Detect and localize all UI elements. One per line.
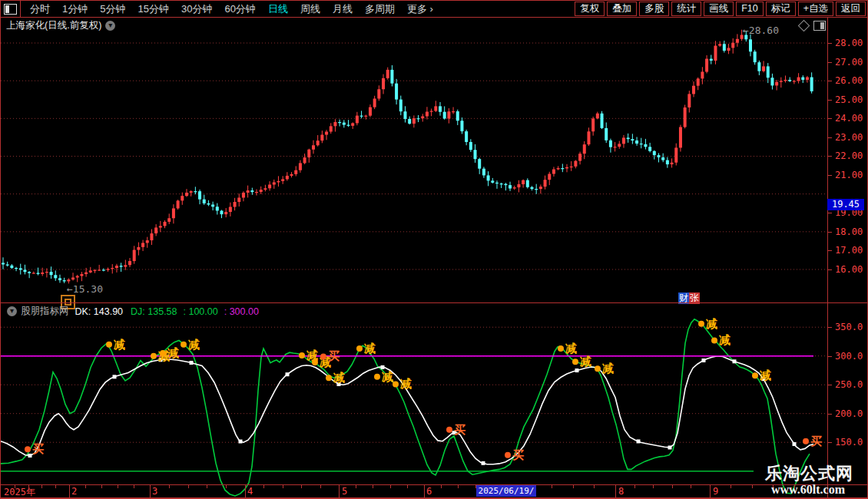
buy-marker: 买	[512, 448, 524, 461]
minor-tick	[301, 485, 302, 488]
watermark-url: www.60lt.com	[771, 483, 845, 497]
price-axis-tick	[827, 118, 832, 119]
price-axis-label: 25.00	[835, 94, 863, 105]
minor-tick	[207, 485, 207, 488]
minor-tick	[373, 485, 373, 488]
buy-marker: 买	[810, 435, 822, 448]
chevron-down-icon[interactable]: ▾	[105, 21, 115, 31]
tab-日线[interactable]: 日线	[262, 2, 294, 16]
reduce-marker: 减	[400, 377, 412, 390]
xaxis-label-5: 5	[342, 486, 347, 497]
reduce-marker: 减	[602, 362, 614, 375]
button-统计[interactable]: 统计	[671, 2, 701, 16]
month-separator	[710, 485, 711, 497]
toolbar: 分时1分钟5分钟15分钟30分钟60分钟日线周线月线多周期更多 › 复权叠加多股…	[1, 1, 867, 18]
tab-30分钟[interactable]: 30分钟	[175, 2, 218, 16]
minor-tick	[691, 485, 691, 488]
price-axis-tick	[827, 137, 832, 138]
price-axis-label: 21.00	[835, 170, 863, 180]
button-F10[interactable]: F10	[736, 2, 764, 16]
tab-5分钟[interactable]: 5分钟	[94, 2, 131, 16]
tab-多周期[interactable]: 多周期	[359, 2, 401, 16]
pane-layout-icon[interactable]	[813, 21, 826, 31]
button-叠加[interactable]: 叠加	[607, 2, 637, 16]
minor-tick	[634, 485, 635, 488]
price-axis-tick	[827, 81, 832, 81]
button-+自选[interactable]: +自选	[798, 2, 833, 16]
month-separator	[615, 485, 616, 497]
reduce-marker: 减	[760, 368, 771, 382]
candlestick-chart[interactable]	[1, 17, 868, 302]
crosshair-date-box: 2025/06/19/四	[476, 485, 536, 497]
price-axis-tick	[827, 213, 832, 213]
minor-tick	[283, 485, 283, 488]
price-axis-label: 16.00	[835, 264, 863, 275]
xaxis-label-4: 4	[247, 486, 253, 497]
tab-60分钟[interactable]: 60分钟	[218, 2, 261, 16]
indicator-chart[interactable]: 减减减减减减减减减减减减减减减减买买买买买	[1, 303, 868, 499]
indicator-axis-tick	[827, 327, 832, 328]
buy-marker: 买	[328, 349, 340, 362]
minor-tick	[458, 485, 459, 488]
indicator-axis-tick	[827, 356, 832, 357]
dk-value: DK: 143.90	[75, 306, 124, 317]
buy-marker: 买	[454, 423, 465, 436]
reduce-marker: 减	[719, 333, 731, 346]
tab-周线[interactable]: 周线	[294, 2, 326, 16]
price-axis-tick	[827, 43, 832, 44]
indicator-axis-label: 150.0	[835, 437, 863, 448]
tab-分时[interactable]: 分时	[24, 2, 56, 16]
minor-tick	[101, 485, 102, 488]
level-300-value: : 300.00	[224, 306, 259, 317]
indicator-collapse-icon[interactable]: ▾	[7, 306, 17, 316]
button-画线[interactable]: 画线	[704, 2, 734, 16]
minor-tick	[594, 485, 595, 488]
panel-toggle-icon[interactable]	[4, 4, 17, 15]
minor-tick	[573, 485, 574, 488]
price-axis-tick	[827, 100, 832, 101]
price-axis-tick	[827, 269, 832, 270]
indicator-axis-tick	[827, 442, 832, 443]
tab-15分钟[interactable]: 15分钟	[131, 2, 174, 16]
xaxis-label-2: 2	[71, 486, 77, 497]
month-separator	[69, 485, 70, 497]
chart-title: 上海家化(日线.前复权) ▾	[6, 19, 115, 32]
button-返回[interactable]: 返回	[836, 2, 866, 16]
indicator-axis-label: 250.0	[835, 379, 863, 390]
indicator-axis-tick	[827, 385, 832, 385]
buy-marker: 买	[32, 442, 44, 455]
app-window: 分时1分钟5分钟15分钟30分钟60分钟日线周线月线多周期更多 › 复权叠加多股…	[0, 0, 868, 499]
xaxis-label-2025年: 2025年	[4, 486, 35, 499]
xaxis-label-9: 9	[713, 486, 718, 497]
minor-tick	[320, 485, 321, 488]
toolbar-separator	[20, 1, 21, 17]
reduce-marker: 减	[364, 342, 376, 355]
price-axis-tick	[827, 62, 832, 63]
tab-月线[interactable]: 月线	[326, 2, 359, 16]
tab-更多 ›[interactable]: 更多 ›	[401, 2, 439, 16]
minor-tick	[263, 485, 264, 488]
button-多股[interactable]: 多股	[639, 2, 669, 16]
tab-1分钟[interactable]: 1分钟	[56, 2, 94, 16]
price-axis-label: 26.00	[835, 75, 863, 86]
xaxis-label-6: 6	[426, 486, 432, 497]
button-复权[interactable]: 复权	[575, 2, 605, 16]
minor-tick	[118, 485, 118, 488]
price-axis-label: 27.00	[835, 57, 863, 68]
button-标记[interactable]: 标记	[766, 2, 796, 16]
low-price-annotation: ←15.30	[67, 283, 103, 295]
last-price-box: 19.45	[827, 199, 864, 210]
price-axis-label: 22.00	[835, 150, 863, 161]
watermark-site-name: 乐淘公式网	[765, 462, 853, 485]
minor-tick	[188, 485, 189, 488]
indicator-axis-label: 350.0	[835, 322, 863, 332]
reduce-marker: 减	[188, 338, 200, 351]
indicator-header: ▾ 股朋指标网 DK: 143.90 DJ: 135.58 : 100.00 :…	[3, 305, 259, 318]
indicator-name: 股朋指标网	[21, 305, 69, 318]
price-axis-label: 24.00	[835, 113, 863, 124]
reduce-marker: 减	[706, 317, 717, 330]
price-axis-label: 17.00	[835, 245, 863, 256]
minor-tick	[552, 485, 552, 488]
pane-divider[interactable]	[1, 302, 867, 303]
minor-tick	[169, 485, 170, 488]
